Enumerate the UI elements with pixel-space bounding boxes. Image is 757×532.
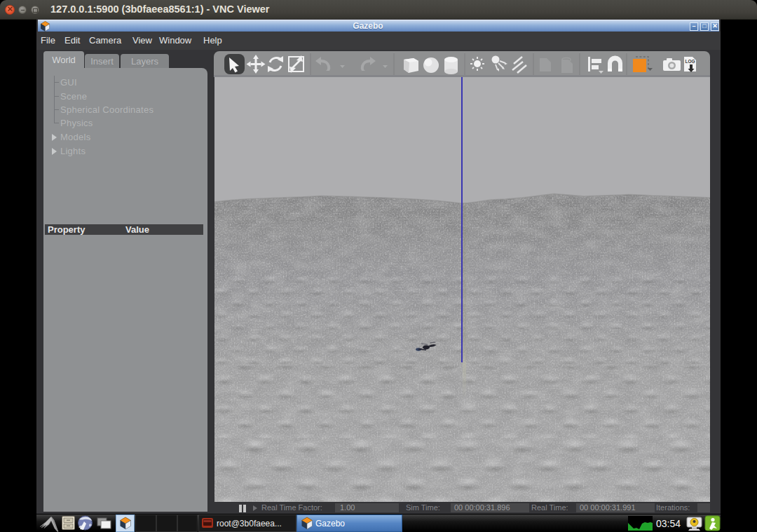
svg-text:Gazebo: Gazebo	[315, 519, 345, 528]
svg-text:LOG: LOG	[686, 59, 695, 64]
svg-text:03:54: 03:54	[656, 518, 681, 529]
svg-text:root@3b0faeea...: root@3b0faeea...	[217, 519, 282, 528]
